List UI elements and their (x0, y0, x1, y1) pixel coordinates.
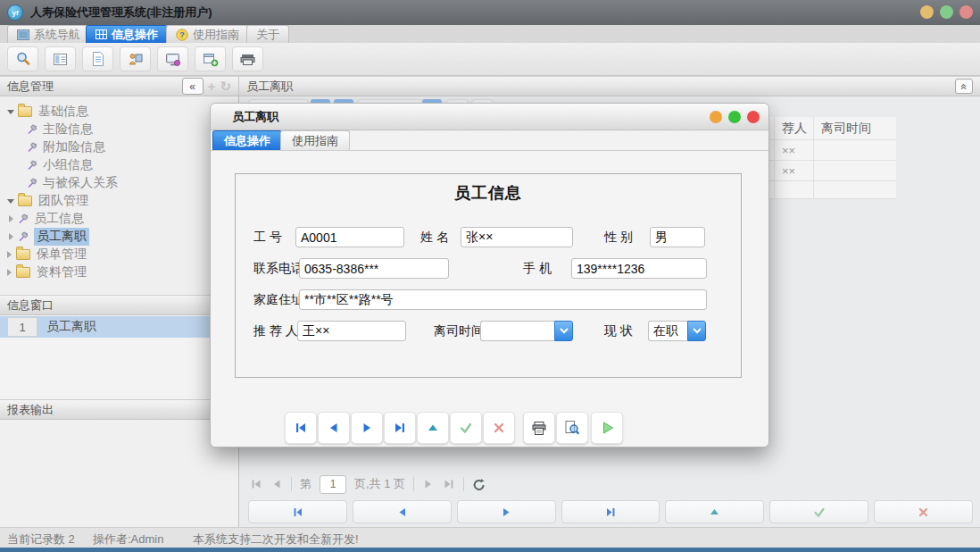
refresh-icon[interactable] (472, 478, 486, 491)
cell-leave-date (814, 161, 896, 181)
tree-label: 保单管理 (37, 247, 87, 263)
prev-page-icon[interactable] (270, 478, 283, 490)
tree-item-employee-leave[interactable]: 员工离职 (0, 228, 238, 246)
prev-record-button[interactable] (353, 500, 452, 523)
emp-no-group: 工 号 (253, 227, 282, 248)
col-referrer[interactable]: 荐人 (775, 117, 814, 140)
dropdown-button[interactable] (687, 321, 706, 341)
form-view-button[interactable] (45, 46, 76, 71)
search-button[interactable] (7, 46, 38, 71)
check-icon (813, 506, 826, 518)
minimize-button[interactable] (920, 5, 934, 19)
expand-arrow-icon[interactable] (7, 199, 14, 204)
run-button[interactable] (591, 412, 623, 444)
close-button[interactable] (959, 5, 973, 19)
tree-label: 员工信息 (34, 211, 84, 227)
collapse-sidebar-button[interactable]: « (182, 78, 203, 95)
preview-button[interactable] (556, 412, 588, 444)
mobile-input[interactable] (571, 258, 707, 279)
confirm-button[interactable] (769, 500, 868, 523)
leave-date-group: 离司时间 (434, 321, 484, 342)
dialog-close-button[interactable] (747, 111, 760, 123)
tel-label: 联系电话 (253, 261, 303, 277)
dialog-tab-label: 使用指南 (292, 133, 338, 149)
next-record-icon (360, 421, 374, 435)
last-record-button[interactable] (561, 500, 660, 523)
report-output-body (0, 420, 238, 525)
tab-user-guide[interactable]: ? 使用指南 (166, 25, 249, 43)
tree-item-employee-info[interactable]: 员工信息 (0, 210, 238, 228)
leave-date-input[interactable] (480, 321, 554, 341)
cancel-button[interactable] (874, 500, 973, 523)
last-page-icon[interactable] (443, 478, 455, 490)
addr-input[interactable] (299, 289, 707, 310)
dialog-title: 员工离职 (232, 109, 278, 125)
confirm-button[interactable] (450, 412, 482, 444)
top-button[interactable] (417, 412, 449, 444)
tree-folder-data-mgmt[interactable]: 资料管理 (0, 263, 238, 281)
refresh-icon: ↻ (220, 79, 231, 95)
col-leave-date[interactable]: 离司时间 (814, 117, 896, 140)
new-window-button[interactable] (195, 46, 226, 71)
employee-leave-dialog: 员工离职 信息操作 使用指南 员工信息 工 号 姓 名 性 别 联系电话 手 机 (210, 103, 769, 447)
dialog-minimize-button[interactable] (710, 111, 722, 123)
monitor-button[interactable] (157, 46, 188, 71)
dialog-tab-guide[interactable]: 使用指南 (280, 130, 350, 150)
window-title: 人寿保险代理管理系统(非注册用户) (30, 4, 212, 21)
collapse-panel-button[interactable]: « (955, 79, 973, 94)
printer-button[interactable] (232, 46, 263, 71)
app-logo-icon: yf (7, 4, 23, 21)
print-button[interactable] (523, 412, 555, 444)
tool-icon (27, 178, 37, 188)
tab-info-ops[interactable]: 信息操作 (86, 25, 168, 43)
tree-item-main-insurance[interactable]: 主险信息 (0, 121, 238, 138)
dialog-maximize-button[interactable] (728, 111, 741, 123)
name-input[interactable] (461, 227, 573, 247)
status-input[interactable] (648, 321, 687, 341)
first-record-button[interactable] (285, 412, 317, 444)
top-button[interactable] (665, 500, 764, 523)
next-record-button[interactable] (457, 500, 556, 523)
expand-arrow-icon[interactable] (7, 110, 14, 114)
bottom-accent-strip (0, 548, 980, 552)
tab-about[interactable]: 关于 (246, 25, 289, 43)
collapsed-arrow-icon[interactable] (7, 251, 12, 258)
first-record-button[interactable] (248, 500, 347, 523)
tree-label: 团队管理 (38, 193, 88, 209)
last-record-button[interactable] (384, 412, 416, 444)
tree-item-group-info[interactable]: 小组信息 (0, 156, 238, 174)
gender-input[interactable] (650, 227, 705, 247)
page-number-input[interactable] (320, 475, 346, 494)
dialog-title-bar[interactable]: 员工离职 (211, 104, 768, 130)
leave-date-combo[interactable] (480, 321, 573, 341)
report-output-header: 报表输出 (0, 399, 238, 420)
collapsed-arrow-icon[interactable] (9, 233, 13, 240)
tree-folder-policy-mgmt[interactable]: 保单管理 (0, 246, 238, 263)
dialog-tab-info-ops[interactable]: 信息操作 (212, 130, 282, 150)
maximize-button[interactable] (940, 5, 953, 19)
document-button[interactable] (82, 46, 113, 71)
tree-folder-team-mgmt[interactable]: 团队管理 (0, 192, 238, 210)
next-record-button[interactable] (351, 412, 383, 444)
emp-no-input[interactable] (295, 227, 404, 247)
tree-item-insured-relation[interactable]: 与被保人关系 (0, 174, 238, 192)
collapsed-arrow-icon[interactable] (7, 269, 12, 276)
emp-no-label: 工 号 (253, 230, 282, 246)
tel-input[interactable] (299, 258, 449, 279)
tel-group: 联系电话 (253, 258, 303, 280)
app-window: { "window": { "title": "人寿保险代理管理系统(非注册用户… (0, 0, 980, 552)
next-page-icon[interactable] (422, 478, 435, 490)
tree-item-rider-insurance[interactable]: 附加险信息 (0, 138, 238, 156)
last-record-icon (605, 506, 617, 518)
agent-board-button[interactable] (120, 46, 151, 71)
referrer-input[interactable] (297, 321, 406, 341)
status-combo[interactable] (648, 321, 706, 341)
info-window-row[interactable]: 1 员工离职 (0, 316, 238, 338)
dropdown-button[interactable] (554, 321, 573, 341)
tree-folder-basic-info[interactable]: 基础信息 (0, 103, 238, 121)
cancel-button[interactable] (483, 412, 515, 444)
first-page-icon[interactable] (250, 478, 262, 490)
tab-system-nav[interactable]: 系统导航 (7, 25, 90, 43)
prev-record-button[interactable] (318, 412, 350, 444)
collapsed-arrow-icon[interactable] (9, 215, 13, 222)
